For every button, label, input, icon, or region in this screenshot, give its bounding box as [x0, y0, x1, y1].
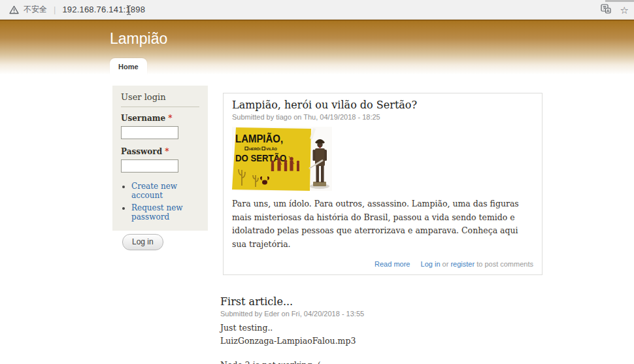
password-input[interactable]	[121, 159, 178, 173]
poster-checkbox2-label: VILÃO	[266, 147, 278, 151]
article-title[interactable]: First article...	[220, 295, 545, 308]
article-body: Para uns, um ídolo. Para outros, assassi…	[232, 197, 533, 252]
required-marker: *	[168, 114, 172, 123]
article-submitted-meta: Submitted by tiago on Thu, 04/19/2018 - …	[232, 113, 533, 121]
bookmark-star-icon[interactable]: ☆	[620, 5, 629, 15]
tab-home[interactable]: Home	[110, 58, 147, 74]
password-label: Password *	[121, 147, 199, 156]
poster-title-line1: LAMPIÃO,	[235, 131, 283, 144]
login-links-list: Create new account Request new password	[131, 182, 199, 222]
text-cursor-ibeam	[125, 5, 132, 18]
log-in-button[interactable]: Log in	[122, 234, 163, 250]
browser-window: 不安全 | 192.168.76.141:1898 ☆ Lampião	[0, 0, 634, 364]
list-item: Request new password	[131, 203, 199, 222]
site-header: Lampião Home	[0, 20, 634, 74]
tab-home-label: Home	[118, 63, 139, 71]
article-body-line: LuizGonzaga-LampiaoFalou.mp3	[220, 336, 545, 346]
required-marker: *	[165, 147, 169, 156]
translate-icon[interactable]	[601, 4, 611, 16]
read-more-link[interactable]: Read more	[375, 260, 410, 268]
article-submitted-meta: Submitted by Eder on Fri, 04/20/2018 - 1…	[220, 310, 545, 318]
username-label: Username *	[121, 114, 199, 123]
request-new-password-link[interactable]: Request new password	[131, 203, 183, 222]
list-item: Create new account	[131, 182, 199, 200]
site-title[interactable]: Lampião	[110, 30, 167, 48]
article-body-line: Node 2 is not working :(	[220, 360, 545, 364]
omnibox-separator: |	[54, 5, 56, 14]
register-link[interactable]: register	[450, 260, 475, 268]
user-login-block: User login Username * Password * Create …	[112, 86, 208, 231]
poster-checkbox1-label: HERÓI	[249, 146, 261, 151]
create-new-account-link[interactable]: Create new account	[131, 182, 177, 200]
username-input[interactable]	[121, 126, 178, 139]
article-teaser-lampiao: Lampião, herói ou vilão do Sertão? Submi…	[223, 93, 542, 275]
article-links-row: Read more Log in or register to post com…	[232, 260, 533, 268]
window-corner-strip	[605, 0, 634, 2]
article-teaser-first-article: First article... Submitted by Eder on Fr…	[220, 295, 545, 364]
article-poster-image: LAMPIÃO, HERÓI VILÃO DO SERTÃO	[232, 127, 332, 191]
article-body-line: Just testing..	[220, 323, 545, 333]
browser-address-bar[interactable]: 不安全 | 192.168.76.141:1898 ☆	[0, 0, 634, 20]
not-secure-warning-icon[interactable]	[9, 5, 19, 14]
log-in-link[interactable]: Log in	[421, 260, 441, 268]
security-status-label[interactable]: 不安全	[24, 4, 47, 15]
login-block-title: User login	[121, 92, 199, 107]
url-text[interactable]: 192.168.76.141:1898	[62, 5, 145, 14]
article-title[interactable]: Lampião, herói ou vilão do Sertão?	[232, 99, 533, 111]
main-content: Lampião, herói ou vilão do Sertão? Submi…	[220, 93, 545, 364]
